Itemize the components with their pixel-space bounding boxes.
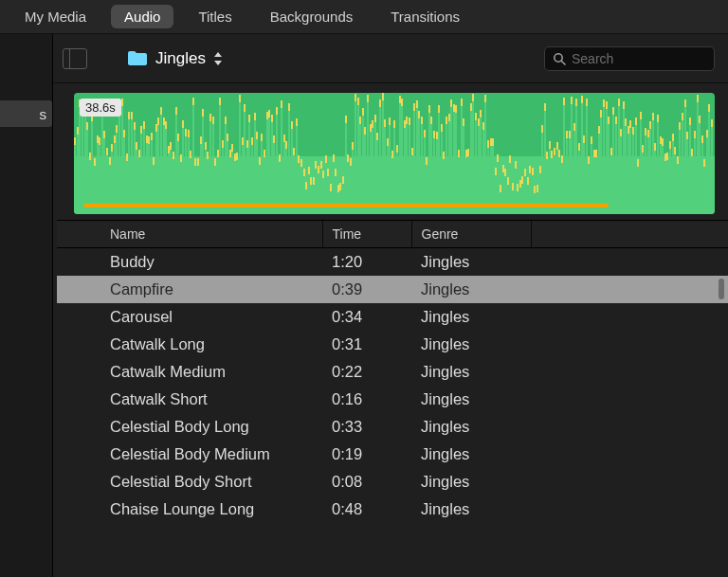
search-input[interactable]: [572, 51, 728, 66]
table-row[interactable]: Chaise Lounge Long0:48Jingles: [57, 496, 728, 523]
cell-time: 0:48: [322, 496, 411, 523]
chevron-updown-icon: [213, 51, 223, 66]
category-sidebar: s: [0, 34, 53, 577]
cell-name: Carousel: [57, 303, 322, 331]
waveform-preview[interactable]: 38.6s: [74, 93, 715, 214]
tab-audio[interactable]: Audio: [111, 5, 173, 28]
tab-titles[interactable]: Titles: [185, 5, 245, 28]
cell-spare: [531, 386, 728, 413]
search-box[interactable]: [544, 46, 715, 71]
folder-dropdown-label: Jingles: [155, 49, 206, 68]
cell-name: Catwalk Short: [57, 386, 322, 413]
column-header-name[interactable]: Name: [57, 221, 322, 248]
cell-time: 0:33: [322, 413, 411, 441]
tab-backgrounds[interactable]: Backgrounds: [257, 5, 367, 28]
folder-icon: [127, 50, 148, 66]
cell-name: Buddy: [57, 248, 322, 277]
preview-time-badge: 38.6s: [80, 99, 121, 117]
cell-spare: [531, 276, 728, 303]
table-row[interactable]: Buddy1:20Jingles: [57, 248, 728, 277]
svg-line-1: [561, 61, 565, 64]
cell-spare: [531, 331, 728, 358]
scrollbar-thumb[interactable]: [719, 279, 724, 299]
cell-genre: Jingles: [411, 468, 531, 496]
table-row[interactable]: Celestial Body Medium0:19Jingles: [57, 441, 728, 468]
search-icon: [553, 52, 566, 65]
cell-genre: Jingles: [411, 358, 531, 386]
cell-name: Campfire: [57, 276, 322, 303]
cell-genre: Jingles: [411, 441, 531, 468]
cell-name: Catwalk Medium: [57, 358, 322, 386]
table-row[interactable]: Catwalk Medium0:22Jingles: [57, 358, 728, 386]
column-header-genre[interactable]: Genre: [411, 221, 531, 248]
table-row[interactable]: Celestial Body Long0:33Jingles: [57, 413, 728, 441]
cell-time: 0:22: [322, 358, 411, 386]
cell-name: Celestial Body Short: [57, 468, 322, 496]
audio-clips-table: Name Time Genre Buddy1:20JinglesCampfire…: [57, 220, 728, 577]
folder-dropdown[interactable]: Jingles: [127, 49, 223, 68]
cell-spare: [531, 468, 728, 496]
waveform-playhead-track[interactable]: [83, 204, 609, 207]
cell-spare: [531, 303, 728, 331]
cell-genre: Jingles: [411, 276, 531, 303]
cell-genre: Jingles: [411, 413, 531, 441]
sidebar-item-label: s: [40, 106, 47, 122]
cell-genre: Jingles: [411, 303, 531, 331]
table-row[interactable]: Carousel0:34Jingles: [57, 303, 728, 331]
column-header-time[interactable]: Time: [322, 221, 411, 248]
cell-genre: Jingles: [411, 496, 531, 523]
browser-toolbar: Jingles: [53, 34, 728, 83]
cell-time: 0:34: [322, 303, 411, 331]
cell-name: Chaise Lounge Long: [57, 496, 322, 523]
cell-time: 0:19: [322, 441, 411, 468]
media-browser-tabs: My Media Audio Titles Backgrounds Transi…: [0, 0, 728, 34]
cell-genre: Jingles: [411, 331, 531, 358]
cell-time: 0:16: [322, 386, 411, 413]
tab-transitions[interactable]: Transitions: [377, 5, 473, 28]
cell-name: Celestial Body Medium: [57, 441, 322, 468]
sidebar-toggle-icon[interactable]: [63, 48, 87, 69]
tab-my-media[interactable]: My Media: [11, 5, 100, 28]
column-header-spare: [531, 221, 728, 248]
cell-name: Celestial Body Long: [57, 413, 322, 441]
table-row[interactable]: Catwalk Short0:16Jingles: [57, 386, 728, 413]
table-row[interactable]: Catwalk Long0:31Jingles: [57, 331, 728, 358]
cell-time: 0:39: [322, 276, 411, 303]
cell-time: 1:20: [322, 248, 411, 277]
cell-spare: [531, 358, 728, 386]
cell-spare: [531, 496, 728, 523]
cell-spare: [531, 441, 728, 468]
sidebar-item-partial[interactable]: s: [0, 100, 52, 127]
cell-genre: Jingles: [411, 248, 531, 277]
table-header-row: Name Time Genre: [57, 221, 728, 248]
cell-name: Catwalk Long: [57, 331, 322, 358]
cell-spare: [531, 413, 728, 441]
cell-time: 0:31: [322, 331, 411, 358]
table-row[interactable]: Celestial Body Short0:08Jingles: [57, 468, 728, 496]
cell-spare: [531, 248, 728, 277]
cell-time: 0:08: [322, 468, 411, 496]
table-row[interactable]: Campfire0:39Jingles: [57, 276, 728, 303]
cell-genre: Jingles: [411, 386, 531, 413]
